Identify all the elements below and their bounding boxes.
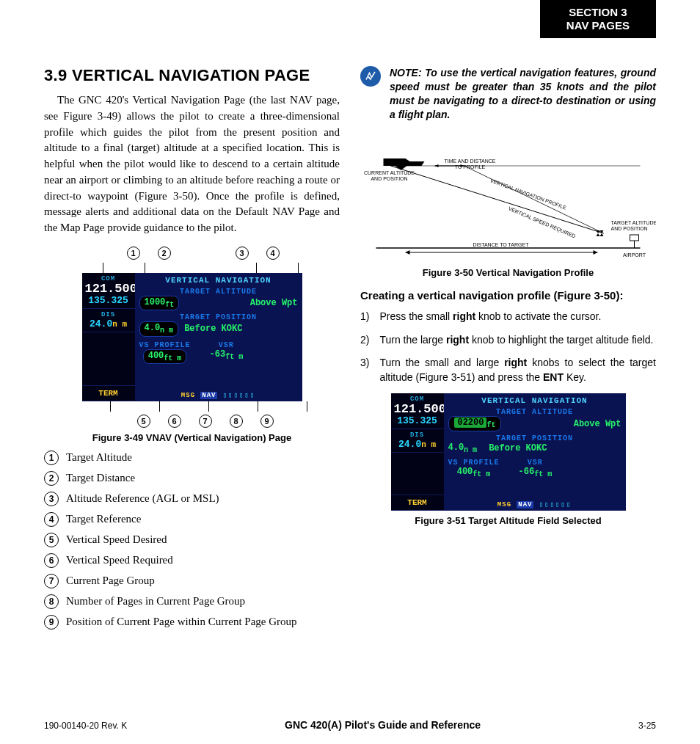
legend-item: Number of Pages in Current Page Group — [66, 594, 245, 609]
callout-6: 6 — [168, 415, 181, 428]
step-text: Turn the large right knob to highlight t… — [379, 333, 653, 348]
target-alt-selected: 02200 — [454, 417, 486, 428]
gps-screen-fig351: COM 121.500 135.325 DIS 24.0n m TERM VER… — [391, 393, 626, 511]
com-standby: 135.325 — [85, 295, 132, 306]
target-pos-rel: Before KOKC — [489, 443, 547, 453]
vsr-value: -63 — [210, 349, 226, 360]
target-pos-label: TARGET POSITION — [448, 434, 621, 442]
svg-line-3 — [464, 166, 604, 233]
callout-2: 2 — [158, 247, 171, 260]
svg-text:TARGET ALTITUDE: TARGET ALTITUDE — [611, 220, 657, 225]
svg-text:AIRPORT: AIRPORT — [623, 252, 646, 258]
callout-8: 8 — [230, 415, 243, 428]
figure-3-50-diagram: VERTICAL NAVIGATION PROFILE TIME AND DIS… — [360, 131, 656, 263]
svg-text:TIME AND DISTANCE: TIME AND DISTANCE — [445, 158, 496, 164]
page-boxes: ▯▯▯▯▯▯ — [223, 392, 256, 399]
term-label: TERM — [407, 498, 426, 507]
vsr-label: VSR — [519, 459, 553, 467]
footer-title: GNC 420(A) Pilot's Guide and Reference — [285, 719, 481, 731]
dis-label: DIS — [85, 311, 132, 318]
com-standby: 135.325 — [394, 415, 441, 426]
section-line1: SECTION 3 — [566, 6, 630, 19]
target-pos-rel: Before KOKC — [184, 324, 242, 334]
vsr-label: VSR — [210, 341, 244, 349]
note-text: NOTE: To use the vertical navigation fea… — [390, 66, 656, 122]
section-tab: SECTION 3 NAV PAGES — [540, 0, 656, 38]
legend-item: Current Page Group — [66, 574, 155, 588]
legend-item: Vertical Speed Required — [66, 553, 173, 568]
svg-text:VERTICAL NAVIGATION PROFILE: VERTICAL NAVIGATION PROFILE — [489, 178, 567, 210]
target-pos-dist: 4.0 — [145, 323, 161, 333]
footer-docnum: 190-00140-20 Rev. K — [44, 721, 127, 731]
callout-5: 5 — [137, 415, 150, 428]
term-label: TERM — [98, 389, 117, 398]
target-alt-ref: Above Wpt — [250, 298, 298, 308]
procedure-steps: 1) Press the small right knob to activat… — [360, 310, 656, 384]
legend-item: Target Reference — [66, 512, 141, 527]
svg-rect-4 — [630, 235, 639, 241]
vsp-label: VS PROFILE — [139, 341, 191, 349]
fig349-caption: Figure 3-49 VNAV (Vertical Navigation) P… — [44, 432, 340, 443]
callout-3: 3 — [236, 247, 249, 260]
target-alt-label: TARGET ALTITUDE — [448, 408, 621, 416]
callout-9: 9 — [260, 415, 274, 428]
step-text: Press the small right knob to activate t… — [379, 310, 601, 324]
vsp-value: 400 — [457, 467, 473, 477]
dis-label: DIS — [394, 431, 441, 439]
figure-3-49: 1 2 3 4 COM 121.500 135.325 DIS 24.0n m — [44, 247, 340, 443]
svg-text:AND POSITION: AND POSITION — [611, 226, 648, 231]
callout-4: 4 — [266, 247, 280, 260]
legend-item: Position of Current Page within Current … — [66, 615, 297, 630]
msg-indicator: MSG — [181, 392, 195, 399]
callout-legend: 1Target Altitude 2Target Distance 3Altit… — [44, 451, 340, 630]
note-block: NOTE: To use the vertical navigation fea… — [360, 66, 656, 122]
footer-pagenum: 3-25 — [638, 721, 656, 731]
callout-1: 1 — [127, 247, 140, 260]
dis-value: 24.0 — [90, 318, 112, 329]
left-column: 3.9 VERTICAL NAVIGATION PAGE The GNC 420… — [44, 66, 340, 635]
target-alt-label: TARGET ALTITUDE — [139, 288, 298, 296]
com-active: 121.500 — [394, 403, 441, 415]
dis-value: 24.0 — [398, 439, 421, 450]
legend-item: Altitude Reference (AGL or MSL) — [66, 492, 219, 506]
page-boxes: ▯▯▯▯▯▯ — [539, 501, 572, 508]
gps-title: VERTICAL NAVIGATION — [139, 276, 298, 285]
svg-text:AND POSITION: AND POSITION — [371, 176, 407, 181]
intro-paragraph: The GNC 420's Vertical Navigation Page (… — [44, 92, 340, 236]
vsp-label: VS PROFILE — [448, 459, 500, 467]
com-active: 121.500 — [85, 282, 132, 295]
msg-indicator: MSG — [497, 501, 511, 508]
note-icon — [360, 66, 381, 87]
vsp-value: 400 — [148, 351, 164, 361]
dis-unit: n m — [112, 320, 127, 329]
nav-indicator: NAV — [200, 392, 217, 399]
svg-text:VERTICAL SPEED REQUIRED: VERTICAL SPEED REQUIRED — [508, 205, 577, 239]
target-alt-value: 1000 — [145, 297, 166, 307]
figure-3-51: COM 121.500 135.325 DIS 24.0n m TERM VER… — [360, 393, 656, 526]
target-pos-dist: 4.0 — [448, 442, 464, 453]
callout-7: 7 — [199, 415, 212, 428]
fig351-caption: Figure 3-51 Target Altitude Field Select… — [360, 515, 656, 526]
target-pos-label: TARGET POSITION — [139, 313, 298, 321]
page-footer: 190-00140-20 Rev. K GNC 420(A) Pilot's G… — [44, 719, 656, 731]
gps-screen-fig349: COM 121.500 135.325 DIS 24.0n m TERM VER… — [82, 273, 302, 401]
page-heading: 3.9 VERTICAL NAVIGATION PAGE — [44, 66, 340, 85]
svg-text:DISTANCE TO TARGET: DISTANCE TO TARGET — [473, 242, 530, 247]
section-line2: NAV PAGES — [566, 19, 630, 32]
vsr-value: -66 — [519, 467, 535, 477]
svg-text:TO PROFILE: TO PROFILE — [455, 164, 486, 169]
right-column: NOTE: To use the vertical navigation fea… — [360, 66, 656, 635]
target-alt-ref: Above Wpt — [574, 419, 621, 429]
nav-indicator: NAV — [517, 501, 533, 508]
step-text: Turn the small and large right knobs to … — [379, 356, 656, 384]
legend-item: Target Altitude — [66, 451, 132, 465]
procedure-subhead: Creating a vertical navigation profile (… — [360, 288, 656, 303]
legend-item: Target Distance — [66, 471, 135, 486]
svg-line-1 — [391, 166, 604, 233]
svg-text:CURRENT ALTITUDE: CURRENT ALTITUDE — [364, 170, 415, 175]
gps-title: VERTICAL NAVIGATION — [448, 396, 621, 405]
fig350-caption: Figure 3-50 Vertical Navigation Profile — [360, 267, 656, 278]
legend-item: Vertical Speed Desired — [66, 533, 167, 547]
